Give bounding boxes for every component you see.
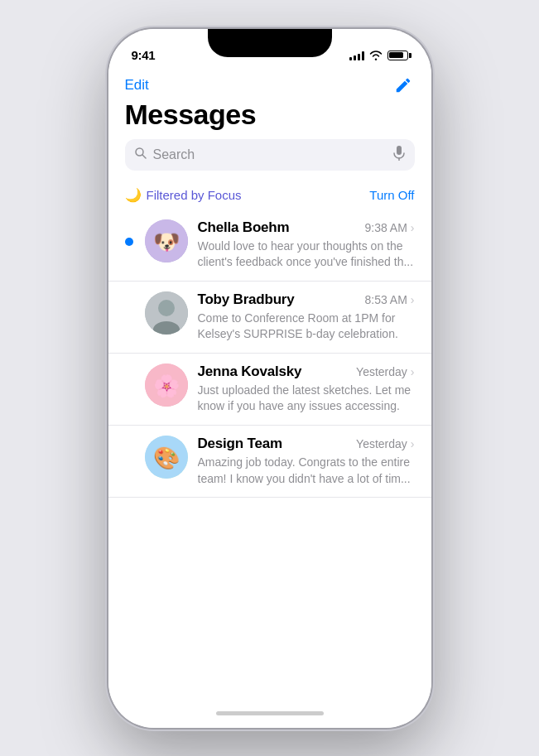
compose-button[interactable]: [392, 74, 415, 97]
notch: [208, 29, 332, 57]
home-indicator: [108, 700, 431, 728]
focus-text: Filtered by Focus: [147, 188, 242, 202]
compose-icon: [394, 76, 412, 94]
message-preview-toby: Come to Conference Room at 1PM for Kelse…: [198, 311, 415, 343]
screen: 9:41 Edit: [108, 29, 431, 728]
message-header-jenna: Jenna KovalskyYesterday›: [198, 364, 415, 380]
svg-rect-1: [397, 146, 402, 155]
message-time-chella: 9:38 AM: [364, 221, 407, 234]
page-title: Messages: [108, 97, 431, 139]
search-container: Search: [108, 139, 431, 181]
nav-bar: Edit: [108, 70, 431, 97]
message-item-toby[interactable]: Toby Bradbury8:53 AM›Come to Conference …: [108, 282, 431, 354]
edit-button[interactable]: Edit: [125, 77, 149, 94]
focus-label: 🌙 Filtered by Focus: [125, 187, 242, 203]
chevron-icon: ›: [411, 437, 415, 450]
message-content-jenna: Jenna KovalskyYesterday›Just uploaded th…: [198, 364, 415, 415]
unread-dot-wrap: [125, 436, 135, 454]
message-header-design: Design TeamYesterday›: [198, 436, 415, 452]
svg-text:🐶: 🐶: [153, 229, 180, 255]
svg-text:🎨: 🎨: [153, 445, 180, 471]
unread-dot-wrap: [125, 364, 135, 382]
message-content-design: Design TeamYesterday›Amazing job today. …: [198, 436, 415, 487]
message-item-jenna[interactable]: 🌸Jenna KovalskyYesterday›Just uploaded t…: [108, 354, 431, 426]
turn-off-button[interactable]: Turn Off: [369, 188, 414, 202]
svg-text:🌸: 🌸: [153, 373, 180, 399]
chevron-icon: ›: [411, 221, 415, 234]
message-meta-chella: 9:38 AM›: [364, 221, 414, 234]
message-time-design: Yesterday: [356, 437, 407, 450]
message-meta-design: Yesterday›: [356, 437, 414, 450]
message-content-chella: Chella Boehm9:38 AM›Would love to hear y…: [198, 219, 415, 271]
battery-fill: [389, 52, 403, 58]
message-preview-jenna: Just uploaded the latest sketches. Let m…: [198, 383, 415, 415]
search-bar[interactable]: Search: [125, 139, 415, 171]
signal-icon: [349, 51, 364, 60]
message-header-toby: Toby Bradbury8:53 AM›: [198, 291, 415, 308]
sender-name-design: Design Team: [198, 436, 282, 452]
avatar-jenna: 🌸: [145, 364, 188, 407]
search-placeholder: Search: [153, 147, 387, 162]
message-time-jenna: Yesterday: [356, 365, 407, 378]
unread-dot-wrap: [125, 291, 135, 310]
sender-name-jenna: Jenna Kovalsky: [198, 364, 302, 380]
message-meta-jenna: Yesterday›: [356, 365, 414, 378]
wifi-icon: [369, 51, 383, 60]
moon-icon: 🌙: [125, 187, 142, 203]
home-bar: [216, 711, 324, 715]
message-preview-chella: Would love to hear your thoughts on the …: [198, 238, 415, 271]
svg-point-5: [158, 300, 175, 316]
message-item-chella[interactable]: 🐶Chella Boehm9:38 AM›Would love to hear …: [108, 209, 431, 282]
message-content-toby: Toby Bradbury8:53 AM›Come to Conference …: [198, 291, 415, 343]
messages-list: 🐶Chella Boehm9:38 AM›Would love to hear …: [108, 209, 431, 700]
search-icon: [135, 147, 147, 161]
mic-icon: [393, 146, 405, 164]
avatar-design: 🎨: [145, 436, 188, 479]
sender-name-chella: Chella Boehm: [198, 219, 290, 236]
unread-dot: [125, 238, 133, 246]
focus-bar: 🌙 Filtered by Focus Turn Off: [108, 181, 431, 209]
avatar-toby: [145, 291, 188, 335]
app-content: Edit Messages: [108, 70, 431, 728]
sender-name-toby: Toby Bradbury: [198, 291, 295, 308]
message-header-chella: Chella Boehm9:38 AM›: [198, 219, 415, 236]
status-icons: [349, 51, 408, 60]
chevron-icon: ›: [411, 365, 415, 378]
message-meta-toby: 8:53 AM›: [364, 293, 414, 306]
chevron-icon: ›: [411, 293, 415, 306]
message-time-toby: 8:53 AM: [364, 293, 407, 306]
message-item-design[interactable]: 🎨Design TeamYesterday›Amazing job today.…: [108, 426, 431, 498]
avatar-chella: 🐶: [145, 219, 188, 262]
unread-dot-wrap: [125, 219, 135, 246]
status-time: 9:41: [132, 48, 156, 62]
phone-frame: 9:41 Edit: [108, 29, 431, 728]
battery-icon: [387, 51, 408, 60]
message-preview-design: Amazing job today. Congrats to the entir…: [198, 455, 415, 487]
